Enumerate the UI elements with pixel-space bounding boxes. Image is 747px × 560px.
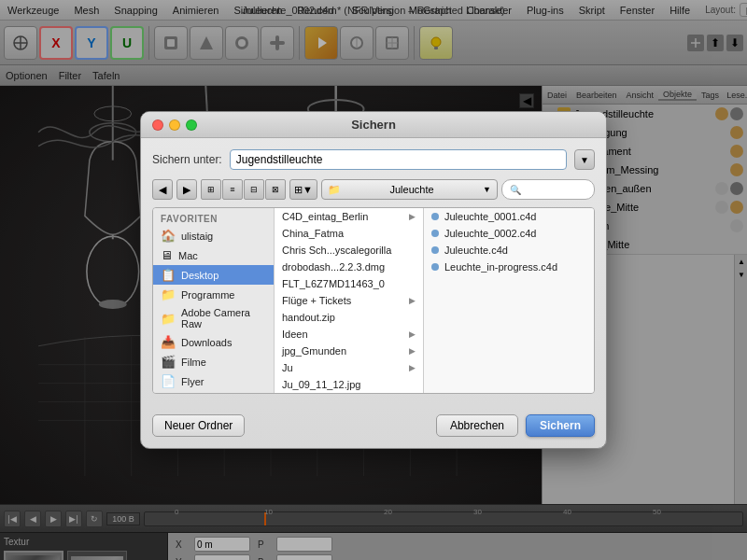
- fav-label-3: Programme: [181, 289, 234, 301]
- file-browser: FAVORITEN 🏠 ulistaig 🖥 Mac 📋 Desktop: [152, 207, 595, 394]
- fav-icon-5: 📥: [161, 335, 176, 349]
- location-label: 📁: [328, 184, 341, 196]
- folder-arrow-7: ▶: [409, 329, 416, 339]
- folder-name-7: Ideen: [282, 329, 308, 340]
- view-cov-btn[interactable]: ⊠: [265, 179, 286, 200]
- fav-dropbox[interactable]: 📦 Dropbox: [153, 391, 274, 393]
- folder-name-3: drobodash...2.2.3.dmg: [282, 261, 385, 273]
- save-name-row: Sichern unter: ▼: [152, 149, 595, 170]
- folder-8[interactable]: jpg_Gmunden ▶: [275, 343, 423, 359]
- folder-0[interactable]: C4D_eintag_Berlin ▶: [275, 208, 423, 225]
- folder-list: C4D_eintag_Berlin ▶ China_Fatma Chris Sc…: [275, 208, 424, 393]
- save-button[interactable]: Sichern: [526, 414, 595, 437]
- folder-arrow-5: ▶: [409, 296, 416, 305]
- fav-filme[interactable]: 🎬 Filme: [153, 352, 274, 371]
- search-box: 🔍: [501, 179, 595, 200]
- file-dot-3: [431, 263, 439, 271]
- filename-input[interactable]: [230, 149, 567, 170]
- file-dot-2: [431, 246, 439, 254]
- fav-label-4: Adobe Camera Raw: [181, 307, 266, 329]
- fav-icon-7: 📄: [161, 374, 176, 388]
- fav-icon-4: 📁: [161, 312, 176, 326]
- file-name-3: Leuchte_in-progress.c4d: [444, 261, 557, 273]
- folder-name-10: Ju_09_11_12.jpg: [282, 379, 360, 390]
- folder-name-9: Ju: [282, 362, 293, 373]
- dialog-actions: Abbrechen Sichern: [436, 414, 595, 437]
- fav-flyer[interactable]: 📄 Flyer: [153, 371, 274, 391]
- view-col-btn[interactable]: ⊟: [244, 179, 264, 200]
- search-icon: 🔍: [510, 185, 521, 195]
- folder-6[interactable]: handout.zip: [275, 309, 423, 326]
- new-folder-button[interactable]: Neuer Ordner: [152, 414, 245, 437]
- nav-row: ◀ ▶ ⊞ ≡ ⊟ ⊠ ⊞▼ 📁 Juleuchte ▼ 🔍: [152, 179, 595, 200]
- file-dot-1: [431, 230, 439, 237]
- dialog-footer: Neuer Ordner Abbrechen Sichern: [141, 414, 606, 448]
- folder-5[interactable]: Flüge + Tickets ▶: [275, 292, 423, 309]
- view-icon-btn[interactable]: ⊞: [201, 179, 221, 200]
- dialog-body: Sichern unter: ▼ ◀ ▶ ⊞ ≡ ⊟ ⊠ ⊞▼ 📁 Juleuc…: [141, 138, 606, 414]
- fav-downloads[interactable]: 📥 Downloads: [153, 332, 274, 352]
- fav-programme[interactable]: 📁 Programme: [153, 285, 274, 304]
- location-arrow: ▼: [483, 185, 491, 194]
- file-name-0: Juleuchte_0001.c4d: [444, 211, 536, 222]
- folder-7[interactable]: Ideen ▶: [275, 326, 423, 343]
- folder-name-6: handout.zip: [282, 312, 335, 323]
- folder-name-1: China_Fatma: [282, 228, 344, 239]
- view-extra-btn[interactable]: ⊞▼: [289, 179, 317, 200]
- maximize-button[interactable]: [186, 119, 197, 131]
- nav-forward-btn[interactable]: ▶: [176, 179, 197, 200]
- file-name-1: Juleuchte_0002.c4d: [444, 228, 536, 239]
- dialog-overlay: Sichern Sichern unter: ▼ ◀ ▶ ⊞ ≡ ⊟ ⊠ ⊞▼: [0, 0, 747, 560]
- save-dialog: Sichern Sichern unter: ▼ ◀ ▶ ⊞ ≡ ⊟ ⊠ ⊞▼: [140, 111, 607, 449]
- cancel-button[interactable]: Abbrechen: [436, 414, 518, 437]
- fav-icon-0: 🏠: [161, 229, 176, 243]
- close-button[interactable]: [152, 119, 163, 131]
- folder-2[interactable]: Chris Sch...yscalegorilla: [275, 242, 423, 259]
- folder-arrow-8: ▶: [409, 346, 416, 356]
- fav-ulistaig[interactable]: 🏠 ulistaig: [153, 226, 274, 245]
- folder-1[interactable]: China_Fatma: [275, 225, 423, 242]
- nav-back-btn[interactable]: ◀: [152, 179, 173, 200]
- fav-icon-6: 🎬: [161, 355, 176, 369]
- location-value: Juleuchte: [389, 184, 433, 195]
- location-dropdown[interactable]: 📁 Juleuchte ▼: [321, 179, 498, 200]
- folder-arrow-0: ▶: [409, 212, 416, 221]
- file-0[interactable]: Juleuchte_0001.c4d: [424, 208, 594, 225]
- favorites-header: FAVORITEN: [153, 208, 274, 226]
- file-name-2: Juleuchte.c4d: [444, 245, 508, 256]
- view-list-btn[interactable]: ≡: [222, 179, 243, 200]
- fav-desktop[interactable]: 📋 Desktop: [153, 265, 274, 285]
- folder-name-0: C4D_eintag_Berlin: [282, 211, 368, 222]
- fav-label-1: Mac: [178, 250, 198, 261]
- fav-camera-raw[interactable]: 📁 Adobe Camera Raw: [153, 304, 274, 332]
- fav-label-6: Filme: [181, 357, 206, 368]
- file-list: Juleuchte_0001.c4d Juleuchte_0002.c4d Ju…: [424, 208, 594, 393]
- dialog-title: Sichern: [351, 118, 396, 132]
- fav-label-5: Downloads: [181, 337, 232, 348]
- folder-4[interactable]: FLT_L6Z7MD11463_0: [275, 275, 423, 292]
- dialog-titlebar: Sichern: [141, 112, 606, 138]
- fav-label-7: Flyer: [181, 376, 204, 387]
- folder-arrow-9: ▶: [409, 363, 416, 372]
- view-buttons: ⊞ ≡ ⊟ ⊠: [201, 179, 286, 200]
- folder-9[interactable]: Ju ▶: [275, 359, 423, 376]
- fav-icon-3: 📁: [161, 287, 176, 301]
- folder-3[interactable]: drobodash...2.2.3.dmg: [275, 259, 423, 275]
- file-2[interactable]: Juleuchte.c4d: [424, 242, 594, 259]
- folder-10[interactable]: Ju_09_11_12.jpg: [275, 376, 423, 393]
- save-under-label: Sichern unter:: [152, 153, 222, 166]
- filename-dropdown-btn[interactable]: ▼: [574, 149, 595, 170]
- fav-label-2: Desktop: [181, 270, 218, 281]
- folder-name-4: FLT_L6Z7MD11463_0: [282, 278, 385, 289]
- fav-icon-2: 📋: [161, 268, 176, 282]
- file-3[interactable]: Leuchte_in-progress.c4d: [424, 259, 594, 275]
- traffic-lights: [152, 119, 197, 131]
- search-input[interactable]: [525, 184, 581, 195]
- folder-name-2: Chris Sch...yscalegorilla: [282, 245, 391, 256]
- minimize-button[interactable]: [169, 119, 180, 131]
- fav-icon-1: 🖥: [161, 248, 173, 262]
- fav-mac[interactable]: 🖥 Mac: [153, 245, 274, 265]
- folder-name-8: jpg_Gmunden: [282, 345, 346, 357]
- file-dot-0: [431, 213, 439, 220]
- file-1[interactable]: Juleuchte_0002.c4d: [424, 225, 594, 242]
